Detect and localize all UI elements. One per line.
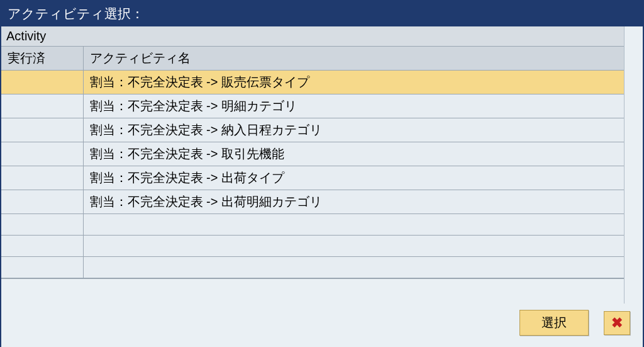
cell-activity-name: 割当：不完全決定表 -> 明細カテゴリ: [83, 94, 624, 118]
column-header-executed[interactable]: 実行済: [1, 47, 83, 71]
cell-executed: [1, 118, 83, 142]
column-header-activity-name[interactable]: アクティビティ名: [83, 47, 624, 71]
cell-activity-name: [83, 214, 624, 236]
table-row[interactable]: 割当：不完全決定表 -> 出荷タイプ: [1, 166, 624, 190]
table-row[interactable]: 割当：不完全決定表 -> 納入日程カテゴリ: [1, 118, 624, 142]
cell-executed: [1, 236, 83, 257]
cell-executed: [1, 190, 83, 214]
select-button[interactable]: 選択: [519, 310, 589, 336]
dialog-title: アクティビティ選択：: [1, 1, 643, 26]
table-row[interactable]: 割当：不完全決定表 -> 出荷明細カテゴリ: [1, 190, 624, 214]
table-footer-spacer: [1, 278, 624, 304]
cell-activity-name: 割当：不完全決定表 -> 納入日程カテゴリ: [83, 118, 624, 142]
cell-activity-name: 割当：不完全決定表 -> 出荷明細カテゴリ: [83, 190, 624, 214]
group-header-activity: Activity: [1, 26, 624, 47]
cell-executed: [1, 166, 83, 190]
cell-activity-name: 割当：不完全決定表 -> 取引先機能: [83, 142, 624, 166]
table-row[interactable]: [1, 257, 624, 278]
table-row[interactable]: 割当：不完全決定表 -> 明細カテゴリ: [1, 94, 624, 118]
activity-selection-dialog: アクティビティ選択： Activity 実行済 アクティビティ名 割当：不完全決…: [0, 0, 644, 347]
cell-activity-name: 割当：不完全決定表 -> 販売伝票タイプ: [83, 71, 624, 94]
table-row[interactable]: [1, 214, 624, 236]
button-bar: 選択 ✖: [1, 304, 643, 347]
table-row[interactable]: [1, 236, 624, 257]
table-row[interactable]: 割当：不完全決定表 -> 販売伝票タイプ: [1, 71, 624, 94]
cell-activity-name: [83, 257, 624, 278]
close-button[interactable]: ✖: [604, 311, 630, 335]
activity-table: 実行済 アクティビティ名 割当：不完全決定表 -> 販売伝票タイプ割当：不完全決…: [1, 47, 624, 278]
cell-activity-name: [83, 236, 624, 257]
cell-executed: [1, 214, 83, 236]
cell-executed: [1, 71, 83, 94]
close-icon: ✖: [611, 315, 623, 331]
cell-activity-name: 割当：不完全決定表 -> 出荷タイプ: [83, 166, 624, 190]
table-row[interactable]: 割当：不完全決定表 -> 取引先機能: [1, 142, 624, 166]
cell-executed: [1, 94, 83, 118]
cell-executed: [1, 142, 83, 166]
cell-executed: [1, 257, 83, 278]
vertical-scrollbar[interactable]: [624, 26, 643, 304]
